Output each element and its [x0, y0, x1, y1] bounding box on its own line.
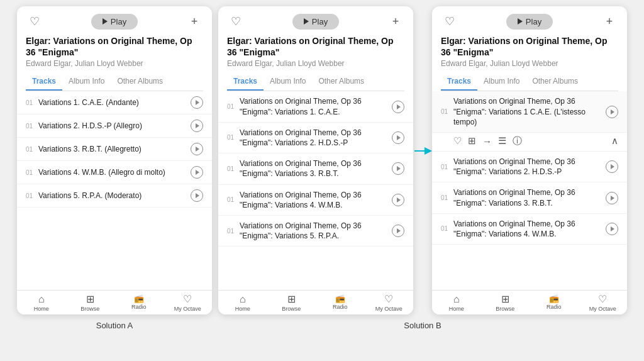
track-num-b1-3: 01 — [227, 165, 236, 172]
add-button-b2[interactable]: + — [601, 13, 618, 30]
favorite-button-a[interactable]: ♡ — [26, 13, 43, 30]
nav-home-a[interactable]: ⌂ Home — [17, 293, 66, 313]
nav-radio-b1[interactable]: 📻 Radio — [316, 293, 365, 313]
track-item-a-3[interactable]: 01 Variations 3. R.B.T. (Allegretto) — [17, 138, 212, 161]
nav-myoctave-b2[interactable]: ♡ My Octave — [579, 293, 628, 313]
favorite-button-b1[interactable]: ♡ — [227, 13, 245, 30]
favorite-button-b2[interactable]: ♡ — [441, 13, 458, 30]
nav-browse-label-a: Browse — [80, 306, 99, 312]
track-name-b1-1: Variations on Original Theme, Op 36 "Eni… — [240, 96, 388, 116]
track-item-b2-3[interactable]: 01 Variations on Original Theme, Op 36 "… — [432, 182, 627, 213]
track-num-b2-1: 01 — [441, 108, 450, 115]
action-playlist-icon[interactable]: ⊞ — [468, 135, 476, 147]
action-list-icon[interactable]: ☰ — [498, 135, 506, 147]
track-item-a-4[interactable]: 01 Variations 4. W.M.B. (Allegro di molt… — [17, 161, 212, 184]
track-play-b1-2[interactable] — [392, 131, 404, 144]
tab-tracks-b1[interactable]: Tracks — [227, 73, 264, 91]
solution-b-panels: ♡ Play + Elgar: Variations on Original T… — [218, 6, 627, 314]
track-name-b1-2: Variations on Original Theme, Op 36 "Eni… — [240, 128, 388, 148]
b-arrow-container — [413, 6, 432, 314]
track-play-a-5[interactable] — [191, 189, 203, 202]
track-item-b1-3[interactable]: 01 Variations on Original Theme, Op 36 "… — [218, 153, 413, 184]
track-play-a-1[interactable] — [191, 96, 203, 109]
track-play-b1-1[interactable] — [392, 101, 404, 113]
nav-home-b2[interactable]: ⌂ Home — [432, 293, 481, 313]
track-item-b1-1[interactable]: 01 Variations on Original Theme, Op 36 "… — [218, 91, 413, 122]
tab-album-info-a[interactable]: Album Info — [62, 73, 111, 91]
track-num-b1-2: 01 — [227, 134, 236, 141]
add-button-b1[interactable]: + — [387, 13, 404, 30]
track-play-a-3[interactable] — [191, 143, 203, 155]
album-title-b2: Elgar: Variations on Original Theme, Op … — [441, 35, 618, 58]
gap-ab — [212, 6, 218, 314]
play-triangle-b2 — [518, 18, 523, 25]
track-name-a-1: Variations 1. C.A.E. (Andante) — [38, 97, 187, 108]
track-play-a-4[interactable] — [191, 166, 203, 179]
track-play-a-2[interactable] — [191, 119, 203, 132]
tab-other-albums-b1[interactable]: Other Albums — [312, 73, 370, 91]
track-play-b1-5[interactable] — [392, 225, 404, 237]
tabs-b2: Tracks Album Info Other Albums — [441, 73, 618, 91]
track-name-b2-3: Variations on Original Theme, Op 36 "Eni… — [453, 187, 602, 208]
album-artist-b2: Edward Elgar, Julian Lloyd Webber — [441, 59, 618, 68]
track-num-a-5: 01 — [26, 192, 35, 199]
nav-browse-a[interactable]: ⊞ Browse — [66, 293, 115, 313]
album-artist-a: Edward Elgar, Julian Lloyd Webber — [26, 59, 203, 68]
track-item-a-1[interactable]: 01 Variations 1. C.A.E. (Andante) — [17, 91, 212, 114]
play-button-b2[interactable]: Play — [506, 14, 553, 30]
browse-icon-b1: ⊞ — [287, 294, 296, 304]
track-play-b2-2[interactable] — [606, 160, 618, 173]
tab-tracks-b2[interactable]: Tracks — [441, 73, 477, 91]
panel-top-a: ♡ Play + Elgar: Variations on Original T… — [17, 6, 212, 91]
collapse-icon[interactable]: ∧ — [611, 135, 618, 147]
home-icon-b1: ⌂ — [240, 294, 246, 304]
track-item-b2-2[interactable]: 01 Variations on Original Theme, Op 36 "… — [432, 152, 627, 182]
action-info-icon[interactable]: ⓘ — [513, 135, 522, 147]
track-name-a-4: Variations 4. W.M.B. (Allegro di molto) — [38, 167, 187, 177]
solution-a-panel: ♡ Play + Elgar: Variations on Original T… — [17, 6, 212, 314]
nav-home-b1[interactable]: ⌂ Home — [218, 293, 267, 313]
play-button-b1[interactable]: Play — [292, 14, 339, 30]
tab-album-info-b2[interactable]: Album Info — [477, 73, 526, 91]
track-list-b2: 01 Variations on Original Theme, Op 36 "… — [432, 91, 627, 290]
nav-home-label-b1: Home — [235, 306, 250, 312]
nav-radio-a[interactable]: 📻 Radio — [114, 293, 164, 313]
browse-icon-b2: ⊞ — [501, 294, 509, 304]
nav-browse-b2[interactable]: ⊞ Browse — [481, 293, 530, 313]
track-item-a-5[interactable]: 01 Variations 5. R.P.A. (Moderato) — [17, 184, 212, 208]
play-button-a[interactable]: Play — [91, 14, 138, 30]
tabs-a: Tracks Album Info Other Albums — [26, 73, 203, 91]
track-item-a-2[interactable]: 01 Variations 2. H.D.S.-P (Allegro) — [17, 114, 212, 138]
nav-radio-b2[interactable]: 📻 Radio — [530, 293, 579, 313]
nav-myoctave-b1[interactable]: ♡ My Octave — [365, 293, 414, 313]
track-play-b2-4[interactable] — [606, 223, 618, 235]
tab-tracks-a[interactable]: Tracks — [26, 73, 62, 91]
main-container: ♡ Play + Elgar: Variations on Original T… — [0, 0, 644, 361]
track-item-b2-4[interactable]: 01 Variations on Original Theme, Op 36 "… — [432, 214, 627, 245]
track-num-b1-4: 01 — [227, 196, 236, 203]
track-play-b1-3[interactable] — [392, 162, 404, 175]
action-share-icon[interactable]: → — [482, 136, 492, 147]
track-item-b1-2[interactable]: 01 Variations on Original Theme, Op 36 "… — [218, 123, 413, 153]
nav-myoctave-a[interactable]: ♡ My Octave — [164, 293, 213, 313]
track-num-a-4: 01 — [26, 169, 35, 176]
track-name-b1-4: Variations on Original Theme, Op 36 "Eni… — [240, 190, 388, 210]
track-item-b1-4[interactable]: 01 Variations on Original Theme, Op 36 "… — [218, 185, 413, 216]
nav-radio-label-b2: Radio — [547, 304, 562, 310]
track-play-b2-1[interactable] — [606, 106, 618, 118]
nav-browse-b1[interactable]: ⊞ Browse — [267, 293, 316, 313]
tab-other-albums-b2[interactable]: Other Albums — [526, 73, 584, 91]
track-play-b1-4[interactable] — [392, 194, 404, 206]
track-play-b2-3[interactable] — [606, 192, 618, 204]
track-list-b1: 01 Variations on Original Theme, Op 36 "… — [218, 91, 413, 290]
add-button-a[interactable]: + — [186, 13, 203, 30]
track-item-b1-5[interactable]: 01 Variations on Original Theme, Op 36 "… — [218, 216, 413, 247]
top-actions-b2: ♡ Play + — [441, 13, 618, 30]
solution-a-block: ♡ Play + Elgar: Variations on Original T… — [17, 6, 212, 330]
track-list-a: 01 Variations 1. C.A.E. (Andante) 01 Var… — [17, 91, 212, 290]
tab-album-info-b1[interactable]: Album Info — [264, 73, 312, 91]
action-heart-icon[interactable]: ♡ — [453, 135, 462, 147]
tab-other-albums-a[interactable]: Other Albums — [111, 73, 169, 91]
track-num-b1-1: 01 — [227, 103, 236, 110]
track-item-b2-1[interactable]: 01 Variations on Original Theme, Op 36 "… — [432, 91, 627, 133]
